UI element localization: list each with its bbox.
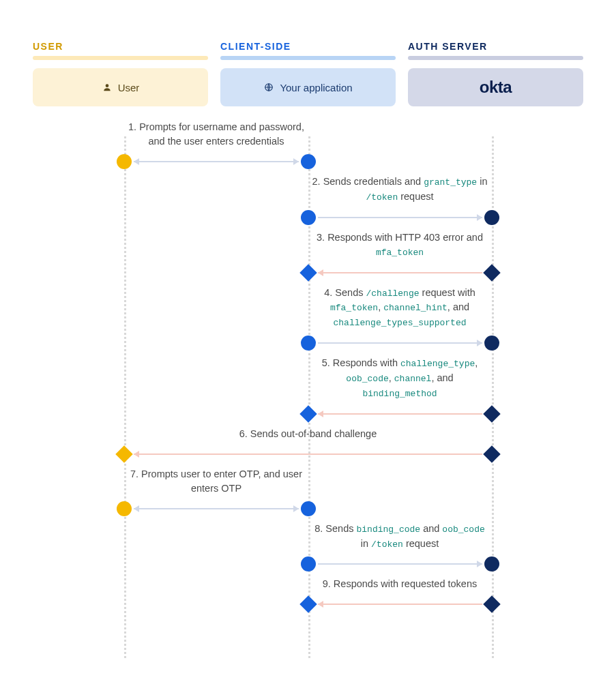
marker-server — [483, 405, 500, 422]
step-2-arrow — [33, 209, 583, 226]
marker-server — [483, 264, 500, 281]
step-text: request with — [420, 287, 475, 298]
lane-header-client: CLIENT-SIDE — [220, 41, 396, 52]
arrowhead-right-icon — [293, 505, 299, 512]
step-1-text: 1. Prompts for username and password, an… — [124, 120, 308, 149]
code: binding_method — [362, 389, 437, 399]
lane-bar-client — [220, 56, 396, 60]
arrowhead-left-icon — [134, 451, 139, 458]
step-1: 1. Prompts for username and password, an… — [33, 120, 583, 170]
step-text: , and — [448, 301, 469, 312]
marker-user — [117, 154, 132, 169]
step-5-text: 5. Responds with challenge_type, oob_cod… — [308, 356, 492, 401]
step-text: request — [403, 538, 439, 549]
arrow-line — [134, 161, 298, 162]
arrow-line — [318, 413, 482, 415]
step-8-text: 8. Sends binding_code and oob_code in /t… — [308, 522, 492, 552]
arrow-line — [318, 272, 482, 273]
arrow-line — [318, 563, 482, 565]
step-text: , — [389, 372, 394, 383]
marker-server — [484, 336, 499, 351]
step-text: 9. Responds with requested tokens — [323, 578, 478, 589]
code: /token — [366, 192, 398, 203]
step-3: 3. Responds with HTTP 403 error and mfa_… — [33, 230, 583, 282]
step-5-arrow — [33, 405, 583, 423]
lane-box-client: Your application — [220, 68, 396, 106]
step-text: 6. Sends out-of-band challenge — [239, 428, 377, 439]
arrowhead-left-icon — [318, 411, 323, 417]
lane-box-client-label: Your application — [280, 82, 352, 93]
step-text: 8. Sends — [314, 523, 356, 534]
arrow-line — [134, 508, 298, 509]
arrow-line — [318, 342, 482, 344]
marker-client — [301, 501, 316, 516]
marker-client — [301, 556, 316, 571]
step-text: in — [477, 176, 487, 187]
marker-client — [299, 264, 317, 281]
arrow-line — [318, 604, 482, 605]
step-7: 7. Prompts user to enter OTP, and user e… — [33, 467, 583, 518]
lane-client: CLIENT-SIDE Your application — [220, 41, 396, 106]
step-6-arrow — [33, 445, 583, 463]
arrowhead-left-icon — [134, 505, 139, 512]
code: oob_code — [346, 374, 388, 384]
code: challenge_type — [400, 359, 475, 369]
step-7-arrow — [33, 500, 583, 518]
okta-logo: okta — [480, 78, 512, 97]
step-text: 4. Sends — [324, 287, 366, 298]
marker-client — [301, 154, 316, 169]
lane-box-server: okta — [408, 68, 583, 106]
step-text: , — [378, 301, 383, 312]
arrowhead-left-icon — [134, 158, 139, 165]
step-text: 2. Sends credentials and — [312, 176, 424, 187]
step-8: 8. Sends binding_code and oob_code in /t… — [33, 522, 583, 574]
svg-point-0 — [105, 84, 108, 87]
messages: 1. Prompts for username and password, an… — [33, 120, 583, 613]
step-3-arrow — [33, 264, 583, 282]
step-text: and — [420, 523, 442, 534]
arrowhead-right-icon — [293, 158, 299, 165]
globe-icon — [263, 82, 274, 93]
step-6-text: 6. Sends out-of-band challenge — [138, 427, 479, 441]
code: /token — [371, 539, 403, 550]
code: /challenge — [366, 288, 420, 299]
step-7-text: 7. Prompts user to enter OTP, and user e… — [124, 467, 308, 496]
step-text: 1. Prompts for username and password, an… — [128, 121, 304, 147]
step-text: , and — [431, 372, 453, 383]
code: mfa_token — [330, 303, 378, 313]
marker-client — [299, 596, 317, 613]
step-4-arrow — [33, 334, 583, 352]
lane-headers: USER User CLIENT-SIDE Your application A… — [33, 41, 583, 106]
marker-user — [117, 501, 132, 516]
sequence-diagram: USER User CLIENT-SIDE Your application A… — [33, 41, 583, 672]
step-9-arrow — [33, 595, 583, 613]
marker-server — [484, 210, 499, 225]
step-5: 5. Responds with challenge_type, oob_cod… — [33, 356, 583, 423]
code: grant_type — [424, 177, 477, 188]
lane-box-user: User — [33, 68, 208, 106]
lane-bar-user — [33, 56, 208, 60]
step-text: 5. Responds with — [322, 357, 400, 368]
step-9: 9. Responds with requested tokens — [33, 577, 583, 613]
step-4-text: 4. Sends /challenge request with mfa_tok… — [308, 286, 492, 331]
step-text: in — [361, 538, 371, 549]
marker-server — [483, 596, 500, 613]
step-4: 4. Sends /challenge request with mfa_tok… — [33, 286, 583, 353]
marker-server — [483, 445, 500, 462]
marker-client — [301, 336, 316, 351]
marker-client — [301, 210, 316, 225]
step-text: request — [398, 191, 433, 202]
arrow-line — [134, 453, 482, 455]
step-2: 2. Sends credentials and grant_type in /… — [33, 175, 583, 226]
code: channel_hint — [383, 303, 448, 313]
step-2-text: 2. Sends credentials and grant_type in /… — [308, 175, 492, 205]
step-text: 3. Responds with HTTP 403 error and — [317, 232, 483, 243]
lane-header-user: USER — [33, 41, 208, 52]
arrowhead-right-icon — [477, 561, 482, 567]
step-text: , — [475, 357, 478, 368]
code: channel — [394, 374, 432, 384]
arrowhead-left-icon — [318, 601, 323, 608]
arrowhead-right-icon — [477, 214, 482, 221]
marker-server — [484, 556, 499, 571]
lane-server: AUTH SERVER okta — [408, 41, 583, 106]
